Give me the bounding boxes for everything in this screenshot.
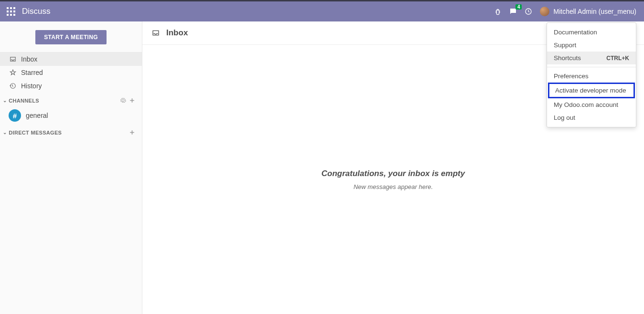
menu-preferences[interactable]: Preferences xyxy=(547,70,636,83)
topbar: Discuss 4 Mitchell Admin (user_menu) Doc… xyxy=(0,1,644,21)
dm-header[interactable]: ⌄ DIRECT MESSAGES xyxy=(0,125,142,138)
sidebar-item-label: Inbox xyxy=(21,55,37,63)
caret-down-icon: ⌄ xyxy=(3,130,7,135)
hash-icon: # xyxy=(9,109,21,122)
caret-down-icon: ⌄ xyxy=(3,98,7,103)
chat-icon[interactable]: 4 xyxy=(505,1,521,21)
avatar xyxy=(540,7,549,16)
menu-shortcuts[interactable]: Shortcuts CTRL+K xyxy=(547,52,636,64)
star-icon xyxy=(10,69,16,76)
sidebar-item-label: History xyxy=(21,82,42,90)
page-title: Inbox xyxy=(166,28,188,38)
start-meeting-button[interactable]: START A MEETING xyxy=(35,30,107,44)
plus-icon[interactable] xyxy=(129,129,135,136)
highlighted-item: Activate developer mode xyxy=(548,83,635,98)
menu-logout[interactable]: Log out xyxy=(547,111,636,124)
empty-title: Congratulations, your inbox is empty xyxy=(322,169,465,178)
user-menu-toggle[interactable]: Mitchell Admin (user_menu) xyxy=(536,1,640,21)
dropdown-divider xyxy=(547,67,636,67)
sidebar-item-history[interactable]: History xyxy=(0,79,142,93)
inbox-icon xyxy=(152,29,160,37)
gear-icon[interactable] xyxy=(120,97,126,104)
meeting-section: START A MEETING xyxy=(0,21,142,52)
menu-developer-mode[interactable]: Activate developer mode xyxy=(549,84,633,97)
app-title: Discuss xyxy=(22,7,51,16)
sidebar-item-starred[interactable]: Starred xyxy=(0,66,142,79)
menu-odoo-account[interactable]: My Odoo.com account xyxy=(547,98,636,111)
menu-documentation[interactable]: Documentation xyxy=(547,26,636,39)
menu-support[interactable]: Support xyxy=(547,39,636,52)
clock-icon[interactable] xyxy=(521,1,536,21)
shortcut-key: CTRL+K xyxy=(606,55,629,62)
sidebar-item-inbox[interactable]: Inbox xyxy=(0,52,142,66)
user-dropdown: Documentation Support Shortcuts CTRL+K P… xyxy=(547,22,636,127)
sidebar: START A MEETING Inbox Starred History ⌄ … xyxy=(0,21,142,314)
empty-subtitle: New messages appear here. xyxy=(354,183,433,190)
channel-general[interactable]: # general xyxy=(0,106,142,125)
channels-header[interactable]: ⌄ CHANNELS xyxy=(0,93,142,106)
channel-label: general xyxy=(26,112,48,119)
inbox-icon xyxy=(10,56,16,63)
user-name: Mitchell Admin (user_menu) xyxy=(553,8,636,15)
sidebar-item-label: Starred xyxy=(21,69,43,76)
bug-icon[interactable] xyxy=(490,1,505,21)
plus-icon[interactable] xyxy=(129,97,135,104)
history-icon xyxy=(10,83,16,89)
apps-menu-icon[interactable] xyxy=(7,7,15,16)
